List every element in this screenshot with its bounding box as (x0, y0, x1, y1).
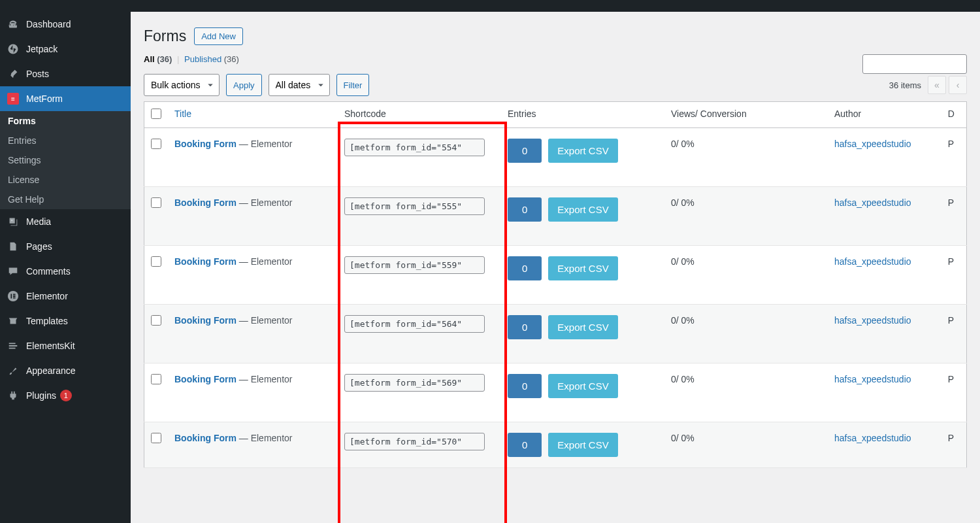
sidebar-item-label: MetForm (26, 93, 63, 104)
sidebar-item-media[interactable]: Media (0, 209, 131, 234)
export-csv-button[interactable]: Export CSV (548, 374, 617, 398)
shortcode-input[interactable] (344, 315, 485, 333)
sidebar-item-pages[interactable]: Pages (0, 234, 131, 259)
row-checkbox[interactable] (151, 315, 161, 326)
entries-button[interactable]: 0 (508, 374, 542, 398)
export-csv-button[interactable]: Export CSV (548, 256, 617, 280)
form-title-link[interactable]: Booking Form (174, 315, 237, 326)
sidebar-sub-gethelp[interactable]: Get Help (0, 190, 131, 209)
templates-icon (7, 314, 20, 328)
sidebar-item-label: Dashboard (26, 19, 71, 29)
table-row: Booking Form — Elementor 0Export CSV 0/ … (144, 363, 967, 422)
update-badge: 1 (60, 390, 72, 401)
author-link[interactable]: hafsa_xpeedstudio (834, 256, 911, 267)
sidebar-sub-settings[interactable]: Settings (0, 150, 131, 170)
author-link[interactable]: hafsa_xpeedstudio (834, 374, 911, 384)
form-title-link[interactable]: Booking Form (174, 139, 237, 149)
views-cell: 0/ 0% (664, 187, 828, 246)
form-title-link[interactable]: Booking Form (174, 374, 237, 384)
table-row: Booking Form — Elementor 0Export CSV 0/ … (144, 128, 967, 187)
filter-published[interactable]: Published (36) (184, 54, 239, 64)
form-title-link[interactable]: Booking Form (174, 197, 237, 208)
th-title[interactable]: Title (168, 102, 338, 128)
select-all-checkbox[interactable] (151, 109, 161, 119)
pin-icon (7, 67, 20, 80)
sidebar-sub-forms[interactable]: Forms (0, 111, 131, 131)
forms-table: Title Shortcode Entries Views/ Conversio… (144, 101, 967, 468)
elementskit-icon (7, 339, 20, 352)
shortcode-input[interactable] (344, 433, 485, 450)
entries-button[interactable]: 0 (508, 315, 542, 339)
sidebar-item-label: Appearance (26, 365, 76, 376)
date-filter-select[interactable]: All dates (269, 74, 330, 96)
th-views: Views/ Conversion (664, 102, 828, 128)
author-link[interactable]: hafsa_xpeedstudio (834, 139, 911, 149)
sidebar-item-label: ElementsKit (26, 341, 75, 351)
status-filter: All (36) | Published (36) (144, 54, 239, 64)
form-title-suffix: — Elementor (237, 256, 293, 267)
form-title-suffix: — Elementor (237, 433, 293, 443)
entries-button[interactable]: 0 (508, 197, 542, 222)
sidebar-item-templates[interactable]: Templates (0, 309, 131, 333)
table-row: Booking Form — Elementor 0Export CSV 0/ … (144, 305, 967, 363)
metform-icon: ≡ (7, 92, 20, 105)
author-link[interactable]: hafsa_xpeedstudio (834, 197, 911, 208)
sidebar-item-posts[interactable]: Posts (0, 61, 131, 86)
table-row: Booking Form — Elementor 0Export CSV 0/ … (144, 422, 967, 468)
views-cell: 0/ 0% (664, 305, 828, 363)
sidebar-item-comments[interactable]: Comments (0, 259, 131, 284)
author-link[interactable]: hafsa_xpeedstudio (834, 315, 911, 326)
export-csv-button[interactable]: Export CSV (548, 433, 617, 457)
date-cell: P (941, 422, 967, 468)
row-checkbox[interactable] (151, 139, 161, 149)
page-prev-button[interactable]: ‹ (949, 76, 967, 94)
shortcode-input[interactable] (344, 139, 485, 156)
sidebar-sub-entries[interactable]: Entries (0, 131, 131, 150)
export-csv-button[interactable]: Export CSV (548, 315, 617, 339)
apply-button[interactable]: Apply (226, 74, 262, 96)
svg-point-1 (11, 220, 12, 221)
shortcode-input[interactable] (344, 374, 485, 392)
sidebar-item-dashboard[interactable]: Dashboard (0, 12, 131, 37)
add-new-button[interactable]: Add New (194, 27, 243, 45)
pages-icon (7, 240, 20, 253)
sidebar-item-label: Posts (26, 69, 49, 79)
author-link[interactable]: hafsa_xpeedstudio (834, 433, 911, 443)
export-csv-button[interactable]: Export CSV (548, 197, 617, 222)
search-input[interactable] (862, 54, 967, 74)
row-checkbox[interactable] (151, 433, 161, 443)
row-checkbox[interactable] (151, 374, 161, 384)
plugin-icon (7, 389, 20, 402)
filter-all[interactable]: All (36) (144, 54, 172, 64)
date-cell: P (941, 128, 967, 187)
date-cell: P (941, 363, 967, 422)
sidebar-item-elementskit[interactable]: ElementsKit (0, 333, 131, 358)
sidebar-item-jetpack[interactable]: Jetpack (0, 37, 131, 61)
comments-icon (7, 265, 20, 278)
entries-button[interactable]: 0 (508, 139, 542, 163)
entries-button[interactable]: 0 (508, 256, 542, 280)
form-title-link[interactable]: Booking Form (174, 433, 237, 443)
table-row: Booking Form — Elementor 0Export CSV 0/ … (144, 246, 967, 305)
views-cell: 0/ 0% (664, 363, 828, 422)
entries-button[interactable]: 0 (508, 433, 542, 457)
sidebar-sub-license[interactable]: License (0, 170, 131, 190)
export-csv-button[interactable]: Export CSV (548, 139, 617, 163)
shortcode-input[interactable] (344, 197, 485, 215)
form-title-suffix: — Elementor (237, 139, 293, 149)
shortcode-input[interactable] (344, 256, 485, 274)
bulk-actions-select[interactable]: Bulk actions (144, 74, 220, 96)
row-checkbox[interactable] (151, 256, 161, 267)
sidebar-item-elementor[interactable]: Elementor (0, 284, 131, 309)
sidebar-item-metform[interactable]: ≡MetForm (0, 86, 131, 111)
row-checkbox[interactable] (151, 197, 161, 208)
brush-icon (7, 364, 20, 377)
date-cell: P (941, 305, 967, 363)
page-first-button[interactable]: « (928, 76, 946, 94)
svg-point-0 (8, 44, 18, 54)
sidebar-item-appearance[interactable]: Appearance (0, 358, 131, 383)
sidebar-item-plugins[interactable]: Plugins1 (0, 383, 131, 408)
sidebar-item-label: Elementor (26, 291, 68, 301)
filter-button[interactable]: Filter (336, 74, 370, 96)
form-title-link[interactable]: Booking Form (174, 256, 237, 267)
